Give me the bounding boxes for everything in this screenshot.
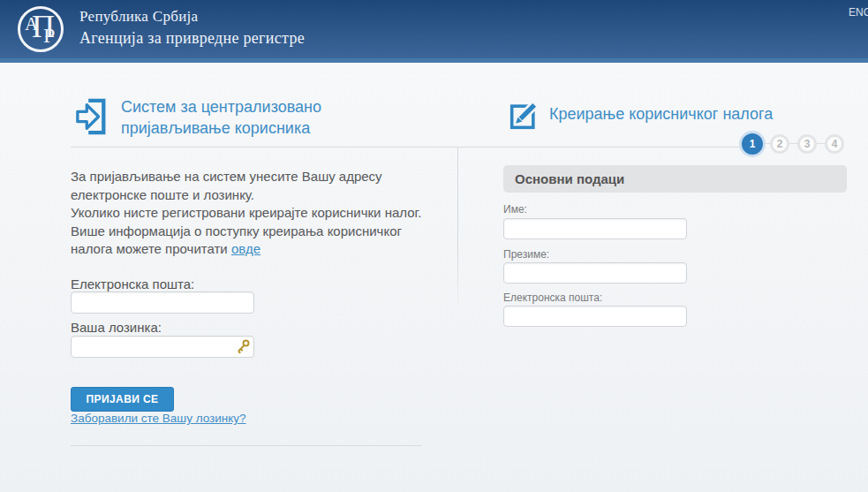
login-password-input[interactable] bbox=[71, 336, 254, 358]
sign-in-icon bbox=[75, 97, 109, 140]
login-intro-text: За пријављивање на систем унесите Вашу а… bbox=[71, 168, 436, 259]
brand-agency-name: Агенција за привредне регистре bbox=[79, 29, 305, 48]
wizard-step-3: 3 bbox=[797, 134, 817, 154]
login-bottom-divider bbox=[71, 445, 421, 446]
wizard-step-2: 2 bbox=[770, 134, 789, 154]
registration-section-title: Креирање корисничког налога bbox=[549, 103, 832, 125]
more-info-link[interactable]: овде bbox=[231, 241, 260, 256]
app-header: А П Р Република Србија Агенција за привр… bbox=[0, 0, 868, 63]
last-name-input[interactable] bbox=[503, 262, 687, 284]
language-switch-link[interactable]: ENG bbox=[849, 6, 868, 19]
basic-data-section-header: Основни подаци bbox=[503, 165, 847, 193]
brand-country: Република Србија bbox=[79, 8, 305, 26]
forgot-password-link[interactable]: Заборавили сте Вашу лозинку? bbox=[71, 412, 246, 425]
agency-brand: Република Србија Агенција за привредне р… bbox=[79, 8, 305, 48]
wizard-step-4: 4 bbox=[825, 134, 844, 154]
registration-email-label: Електронска пошта: bbox=[503, 291, 602, 304]
sign-in-button[interactable]: ПРИЈАВИ СЕ bbox=[71, 387, 174, 412]
login-email-label: Електронска пошта: bbox=[71, 276, 194, 291]
wizard-step-1-active: 1 bbox=[742, 133, 763, 155]
login-password-label: Ваша лозинка: bbox=[71, 320, 162, 335]
intro-sentence: Уколико нисте регистровани креирајте кор… bbox=[71, 205, 421, 220]
first-name-input[interactable] bbox=[503, 218, 687, 239]
apr-logo: А П Р bbox=[18, 6, 64, 52]
login-email-input[interactable] bbox=[71, 291, 254, 314]
header-divider bbox=[71, 147, 743, 148]
column-divider bbox=[457, 147, 458, 314]
logo-letter: Р bbox=[43, 25, 55, 46]
first-name-label: Име: bbox=[503, 203, 527, 216]
last-name-label: Презиме: bbox=[503, 248, 549, 261]
intro-sentence: За пријављивање на систем унесите Вашу а… bbox=[71, 169, 382, 202]
login-section-title: Систем за централизовано пријављивање ко… bbox=[121, 96, 351, 139]
registration-email-input[interactable] bbox=[503, 306, 687, 327]
edit-compose-icon bbox=[509, 98, 540, 135]
